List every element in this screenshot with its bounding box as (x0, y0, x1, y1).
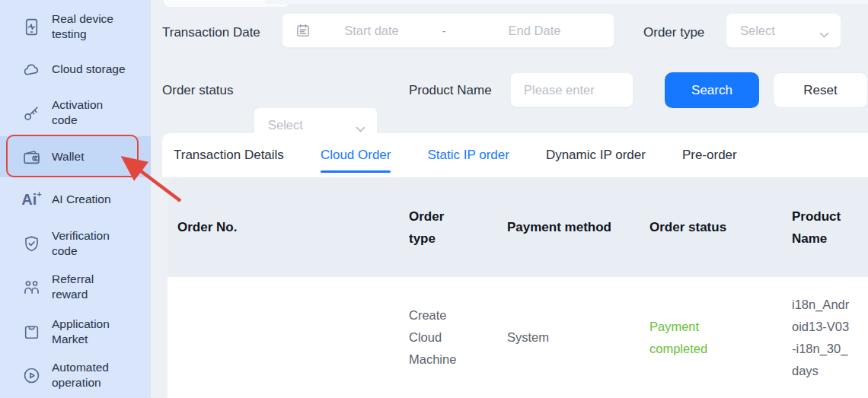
cutoff-band-top (265, 0, 868, 4)
sidebar-item-label: Cloud storage (52, 62, 126, 77)
wallet-icon (21, 148, 42, 167)
cloud-icon (21, 60, 42, 79)
column-header-order-no: Order No. (177, 177, 398, 277)
cell-order-no (177, 277, 398, 398)
device-testing-icon (21, 18, 42, 37)
sidebar-item-label: Real device testing (52, 11, 128, 42)
sidebar-item-real-device-testing[interactable]: Real device testing (0, 6, 151, 47)
sidebar-item-referral-reward[interactable]: Referral reward (0, 266, 151, 307)
order-status-label: Order status (162, 82, 234, 98)
column-header-order-type: Order type (409, 177, 470, 277)
sidebar-item-label: Verification code (52, 228, 128, 259)
table-row: Create Cloud Machine System Payment comp… (168, 277, 868, 398)
calendar-icon (295, 23, 311, 38)
ai-icon: Ai+ (21, 191, 42, 209)
sidebar: Real device testing Cloud storage Activa… (0, 0, 151, 398)
date-range-picker[interactable]: Start date - End Date (282, 13, 614, 48)
sidebar-item-label: Referral reward (52, 272, 128, 302)
product-name-placeholder: Please enter (524, 83, 595, 97)
order-type-label: Order type (643, 24, 704, 40)
sidebar-item-label: Wallet (52, 149, 85, 164)
sidebar-item-verification-code[interactable]: Verification code (0, 223, 151, 264)
cell-order-type: Create Cloud Machine (409, 277, 474, 398)
column-header-product-name: Product Name (792, 177, 857, 277)
tab-dynamic-ip-order[interactable]: Dynamic IP order (546, 133, 646, 177)
sidebar-item-wallet[interactable]: Wallet (0, 136, 151, 177)
cell-product-name: i18n_Android13-V03-i18n_30_days (792, 277, 850, 398)
sidebar-item-ai-creation[interactable]: Ai+ AI Creation (0, 179, 151, 220)
tab-transaction-details[interactable]: Transaction Details (174, 133, 284, 177)
table-header: Order No. Order type Payment method Orde… (168, 177, 868, 277)
order-type-select-value: Select (740, 24, 775, 38)
shield-check-icon (21, 234, 42, 253)
sidebar-item-automated-operation[interactable]: Automated operation (0, 355, 151, 396)
market-bag-icon (21, 323, 42, 342)
sidebar-item-application-market[interactable]: Application Market (0, 311, 151, 352)
tab-pre-order[interactable]: Pre-order (682, 133, 737, 177)
people-icon (21, 278, 42, 297)
tab-cloud-order[interactable]: Cloud Order (321, 133, 391, 177)
column-header-payment-method: Payment method (507, 177, 652, 277)
sidebar-item-label: Activation code (52, 97, 128, 128)
order-status-select-value: Select (268, 118, 303, 132)
sidebar-item-label: Application Market (52, 317, 128, 347)
tab-static-ip-order[interactable]: Static IP order (427, 133, 509, 177)
reset-button[interactable]: Reset (773, 72, 868, 108)
product-name-input[interactable]: Please enter (510, 72, 633, 107)
sidebar-item-activation-code[interactable]: Activation code (0, 92, 151, 133)
transaction-date-label: Transaction Date (162, 24, 260, 40)
chevron-down-icon (819, 28, 829, 42)
start-date-placeholder: Start date (311, 24, 432, 38)
cell-payment-method: System (507, 277, 652, 398)
search-button[interactable]: Search (665, 72, 759, 108)
column-header-order-status: Order status (649, 177, 756, 277)
order-tabs: Transaction Details Cloud Order Static I… (162, 133, 868, 177)
automation-icon (21, 366, 42, 385)
cell-order-status: Payment completed (649, 277, 726, 398)
key-icon (21, 103, 42, 123)
sidebar-item-label: Automated operation (52, 360, 128, 390)
sidebar-item-label: AI Creation (52, 192, 111, 207)
end-date-placeholder: End Date (455, 24, 614, 38)
sidebar-item-cloud-storage[interactable]: Cloud storage (0, 49, 151, 90)
order-type-select[interactable]: Select (726, 13, 841, 48)
date-range-separator: - (432, 24, 455, 37)
product-name-label: Product Name (409, 82, 492, 98)
